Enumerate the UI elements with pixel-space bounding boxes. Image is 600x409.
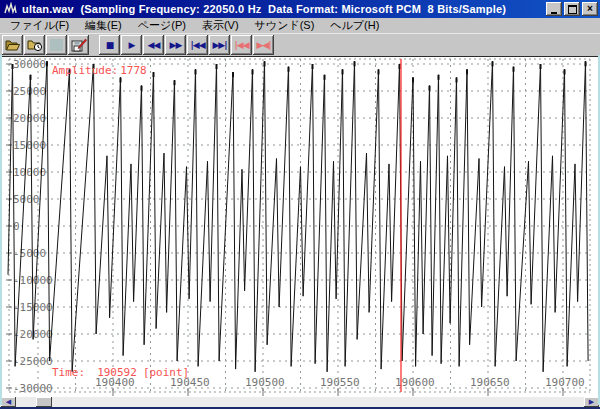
waveform-path	[8, 61, 588, 372]
time-readout: Time: 190592 [point]	[52, 366, 189, 379]
menu-item-edit[interactable]: 編集(E)	[77, 17, 130, 34]
skip-start-button[interactable]: |◀◀	[187, 35, 208, 55]
amplitude-readout: Amplitude: 1778	[52, 64, 147, 77]
waveform-peak-cap	[412, 78, 414, 83]
rewind-icon: ◀◀	[148, 41, 160, 50]
waveform-peak-cap	[312, 64, 314, 69]
scrollbar-thumb[interactable]	[36, 397, 52, 407]
waveform-peak-cap	[429, 86, 431, 91]
window-left-border	[0, 55, 2, 405]
time-label: Time:	[52, 366, 85, 379]
save-button[interactable]	[68, 35, 89, 55]
waveform-peak-cap	[324, 75, 326, 80]
waveform-peak-cap	[232, 72, 234, 77]
maximize-button[interactable]	[564, 2, 580, 16]
waveform-peak-cap	[540, 64, 542, 69]
menu-bar: ファイル(F)編集(E)ページ(P)表示(V)サウンド(S)ヘルプ(H)	[0, 18, 600, 33]
waveform-peak-cap	[216, 64, 218, 69]
waveform-peak-cap	[492, 61, 494, 66]
minimize-icon	[551, 12, 557, 14]
horizontal-scrollbar[interactable]: ◀ ▶	[0, 397, 600, 407]
x-axis-label: 190500	[245, 376, 285, 389]
window-title: ultan.wav (Sampling Frequency: 22050.0 H…	[22, 3, 546, 15]
waveform-peak-cap	[456, 78, 458, 83]
waveform-peak-cap	[438, 75, 440, 80]
time-unit: [point]	[143, 366, 189, 379]
marker-left-button[interactable]: |◀◀	[231, 35, 252, 55]
menu-item-help[interactable]: ヘルプ(H)	[322, 17, 387, 34]
marker-right-button[interactable]: ▶◀|	[253, 35, 274, 55]
folder-clock-icon	[27, 38, 43, 52]
close-icon: ×	[587, 3, 593, 15]
waveform-peak-cap	[513, 67, 515, 72]
waveform-peak-cap	[399, 64, 401, 69]
waveform-peak-cap	[564, 69, 566, 74]
stop-button[interactable]: ■	[99, 35, 120, 55]
waveform-peak-cap	[466, 69, 468, 74]
waveform-peak-cap	[30, 75, 32, 80]
menu-item-view[interactable]: 表示(V)	[194, 17, 247, 34]
app-window: ultan.wav (Sampling Frequency: 22050.0 H…	[0, 0, 600, 409]
waveform-plot[interactable]: 300002500020000150001000050000-5000-1000…	[0, 57, 600, 397]
waveform-peak-cap	[174, 80, 176, 85]
scroll-right-icon: ▶	[589, 397, 594, 407]
title-bar[interactable]: ultan.wav (Sampling Frequency: 22050.0 H…	[0, 0, 600, 18]
skip-end-icon: ▶▶|	[212, 41, 226, 50]
play-icon: ▶	[129, 41, 135, 50]
play-button[interactable]: ▶	[121, 35, 142, 55]
waveform-peak-cap	[342, 69, 344, 74]
marker-right-icon: ▶◀|	[256, 41, 270, 50]
x-axis-label: 190700	[545, 376, 585, 389]
x-axis-label: 190650	[470, 376, 510, 389]
floppy-pencil-icon	[71, 38, 87, 52]
x-axis-label: 190550	[320, 376, 360, 389]
waveform-view[interactable]: 300002500020000150001000050000-5000-1000…	[0, 56, 600, 397]
y-axis-label: 5000	[13, 193, 40, 206]
blank-icon	[50, 39, 63, 51]
waveform-peak-cap	[141, 86, 143, 91]
rewind-button[interactable]: ◀◀	[143, 35, 164, 55]
fast-forward-icon: ▶▶	[170, 41, 182, 50]
y-axis-label: -5000	[13, 247, 46, 260]
fast-forward-button[interactable]: ▶▶	[165, 35, 186, 55]
skip-end-button[interactable]: ▶▶|	[209, 35, 230, 55]
waveform-peak-cap	[195, 69, 197, 74]
waveform-peak-cap	[46, 61, 48, 66]
app-icon	[3, 2, 18, 16]
y-axis-label: 20000	[13, 112, 46, 125]
waveform-peak-cap	[378, 69, 380, 74]
toolbar: ■▶◀◀▶▶|◀◀▶▶||◀◀▶◀|	[0, 33, 600, 56]
waveform-peak-cap	[288, 67, 290, 72]
marker-left-icon: |◀◀	[234, 41, 248, 50]
y-axis-label: -25000	[13, 355, 53, 368]
minimize-button[interactable]	[546, 2, 562, 16]
amplitude-value: 1778	[120, 64, 147, 77]
y-axis-label: 30000	[13, 58, 46, 71]
waveform-peak-cap	[585, 61, 587, 66]
close-button[interactable]: ×	[582, 2, 598, 16]
scroll-left-button[interactable]: ◀	[1, 397, 16, 407]
open-button[interactable]	[2, 35, 23, 55]
waveform-peak-cap	[252, 69, 254, 74]
amplitude-label: Amplitude:	[52, 64, 118, 77]
y-axis-label: 15000	[13, 139, 46, 152]
scroll-right-button[interactable]: ▶	[584, 397, 599, 407]
window-controls: ×	[546, 2, 598, 16]
menu-item-file[interactable]: ファイル(F)	[2, 17, 77, 34]
waveform-peak-cap	[354, 61, 356, 66]
time-value: 190592	[97, 366, 137, 379]
maximize-icon	[568, 5, 577, 14]
folder-open-icon	[5, 38, 21, 52]
stop-icon: ■	[106, 41, 114, 50]
waveform-peak-cap	[264, 61, 266, 66]
open-recent-button[interactable]	[24, 35, 45, 55]
menu-item-page[interactable]: ページ(P)	[130, 17, 194, 34]
y-axis-label: -30000	[13, 382, 53, 395]
waveform-peak-cap	[120, 78, 122, 83]
menu-item-sound[interactable]: サウンド(S)	[247, 17, 323, 34]
skip-start-icon: |◀◀	[190, 41, 204, 50]
blank-disabled-button[interactable]	[46, 35, 67, 55]
waveform-peak-cap	[12, 64, 14, 69]
waveform-peak-cap	[153, 72, 155, 77]
scroll-left-icon: ◀	[6, 397, 11, 407]
